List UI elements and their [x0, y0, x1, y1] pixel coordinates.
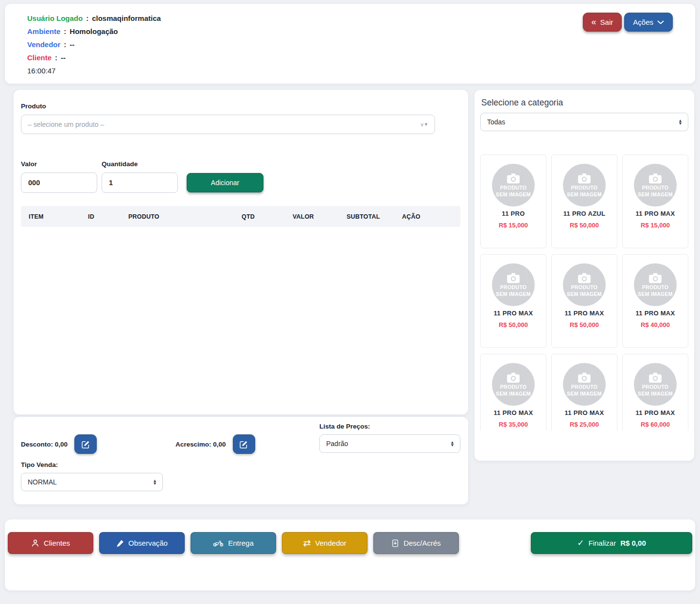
- placeholder-text-line1: PRODUTO: [642, 384, 668, 390]
- product-card[interactable]: PRODUTOSEM IMAGEM11 PRO MAXR$ 60,000: [622, 354, 688, 431]
- valor-label: Valor: [21, 160, 97, 168]
- placeholder-text-line1: PRODUTO: [571, 284, 597, 291]
- tipo-venda-select[interactable]: NORMAL ▴ ▾: [21, 473, 163, 491]
- product-name: 11 PRO MAX: [635, 310, 675, 317]
- tipo-venda-group: Tipo Venda: NORMAL ▴ ▾: [21, 461, 163, 491]
- pen-icon: [116, 539, 124, 547]
- header-actions: « Sair Ações: [583, 13, 673, 32]
- acrescimo-label: Acrescimo: 0,00: [175, 441, 226, 448]
- edit-desconto-button[interactable]: [74, 434, 97, 454]
- sale-panel: Produto – selecione um produto – v ▼ Val…: [14, 90, 468, 414]
- header-bar: Usuário Logado : closmaqinformatica Ambi…: [5, 4, 695, 84]
- acrescimo-group: Acrescimo: 0,00: [175, 434, 255, 454]
- product-card[interactable]: PRODUTOSEM IMAGEM11 PROR$ 15,000: [480, 155, 546, 248]
- product-card[interactable]: PRODUTOSEM IMAGEM11 PRO MAXR$ 35,000: [480, 354, 546, 431]
- product-price: R$ 15,000: [641, 222, 670, 229]
- placeholder-text-line2: SEM IMAGEM: [496, 291, 531, 297]
- desc-acres-button[interactable]: Desc/Acrés: [373, 532, 459, 554]
- product-name: 11 PRO MAX: [493, 409, 533, 416]
- lista-precos-group: Lista de Preços: Padrão ▴ ▾: [319, 423, 460, 453]
- acoes-button[interactable]: Ações: [624, 13, 673, 32]
- camera-icon: [507, 272, 520, 284]
- product-card[interactable]: PRODUTOSEM IMAGEM11 PRO MAXR$ 50,000: [551, 254, 617, 348]
- vendedor-value: --: [70, 38, 74, 51]
- no-image-placeholder: PRODUTOSEM IMAGEM: [492, 363, 535, 406]
- placeholder-text-line1: PRODUTO: [642, 284, 668, 291]
- placeholder-text-line1: PRODUTO: [500, 185, 526, 191]
- column-header-1: ID: [88, 213, 128, 220]
- entrega-label: Entrega: [228, 539, 254, 547]
- usuario-logado-value: closmaqinformatica: [92, 12, 161, 25]
- quantidade-input[interactable]: [102, 173, 178, 193]
- pencil-square-icon: [240, 440, 248, 449]
- arrow-down-glyph: ▾: [679, 122, 682, 125]
- totals-panel: Desconto: 0,00 Acrescimo: 0,00: [14, 417, 468, 504]
- left-column: Produto – selecione um produto – v ▼ Val…: [14, 90, 468, 504]
- adicionar-button[interactable]: Adicionar: [187, 173, 263, 192]
- product-card[interactable]: PRODUTOSEM IMAGEM11 PRO AZULR$ 50,000: [551, 155, 617, 248]
- placeholder-text-line2: SEM IMAGEM: [567, 391, 602, 397]
- product-price: R$ 15,000: [499, 222, 528, 229]
- product-name: 11 PRO MAX: [564, 310, 604, 317]
- separator: :: [64, 25, 66, 38]
- edit-acrescimo-button[interactable]: [233, 434, 255, 454]
- ambiente-row: Ambiente : Homologação: [27, 25, 161, 38]
- categoria-select[interactable]: Todas ▴ ▾: [480, 113, 688, 131]
- acoes-label: Ações: [633, 18, 653, 26]
- desconto-label: Desconto: 0,00: [21, 441, 68, 448]
- finalizar-button[interactable]: ✓ Finalizar R$ 0,00: [531, 532, 692, 554]
- product-card[interactable]: PRODUTOSEM IMAGEM11 PRO MAXR$ 50,000: [480, 254, 546, 348]
- select-arrows-icon: ▴ ▾: [451, 441, 454, 447]
- finalizar-amount: R$ 0,00: [620, 539, 646, 547]
- dropdown-caret-icon: v ▼: [421, 121, 428, 127]
- quantidade-group: Quantidade: [102, 160, 178, 193]
- camera-icon: [648, 173, 662, 184]
- no-image-placeholder: PRODUTOSEM IMAGEM: [634, 164, 677, 207]
- product-price: R$ 25,000: [570, 421, 599, 428]
- valor-group: Valor: [21, 160, 97, 193]
- camera-icon: [507, 372, 520, 383]
- lista-precos-label: Lista de Preços:: [319, 423, 460, 430]
- desc-acres-label: Desc/Acrés: [403, 539, 441, 547]
- camera-icon: [507, 173, 520, 184]
- sair-button[interactable]: « Sair: [583, 13, 622, 32]
- dropdown-v-glyph: v: [421, 121, 424, 127]
- clientes-button[interactable]: Clientes: [8, 532, 93, 554]
- product-price: R$ 40,000: [641, 321, 670, 328]
- placeholder-text-line2: SEM IMAGEM: [567, 191, 602, 198]
- finalizar-label: Finalizar: [589, 539, 616, 547]
- items-table-header: ITEMIDPRODUTOQTDVALORSUBTOTALAÇÃO: [21, 206, 460, 227]
- separator: :: [64, 38, 66, 51]
- lista-precos-value: Padrão: [326, 440, 348, 448]
- product-card[interactable]: PRODUTOSEM IMAGEM11 PRO MAXR$ 25,000: [551, 354, 617, 431]
- cliente-row: Cliente : --: [27, 51, 161, 64]
- produto-label: Produto: [21, 103, 460, 110]
- product-price: R$ 60,000: [641, 421, 670, 428]
- totals-row: Desconto: 0,00 Acrescimo: 0,00: [21, 423, 460, 454]
- column-header-2: PRODUTO: [128, 213, 242, 220]
- observacao-button[interactable]: Observação: [99, 532, 185, 554]
- product-card[interactable]: PRODUTOSEM IMAGEM11 PRO MAXR$ 15,000: [622, 155, 688, 248]
- tipo-venda-label: Tipo Venda:: [21, 461, 163, 468]
- product-price: R$ 35,000: [499, 421, 528, 428]
- select-arrows-icon: ▴ ▾: [679, 119, 682, 125]
- column-header-0: ITEM: [29, 213, 88, 220]
- product-card[interactable]: PRODUTOSEM IMAGEM11 PRO MAXR$ 40,000: [622, 254, 688, 348]
- vendedor-label: Vendedor: [315, 539, 346, 547]
- camera-icon: [578, 272, 591, 284]
- journal-arrow-down-icon: [391, 539, 399, 547]
- motorcycle-icon: [213, 539, 224, 547]
- column-header-5: SUBTOTAL: [347, 213, 402, 220]
- placeholder-text-line1: PRODUTO: [500, 284, 526, 291]
- produto-select[interactable]: – selecione um produto – v ▼: [21, 115, 435, 134]
- column-header-3: QTD: [242, 213, 293, 220]
- valor-input[interactable]: [21, 173, 97, 193]
- placeholder-text-line2: SEM IMAGEM: [638, 391, 673, 397]
- check-icon: ✓: [577, 539, 584, 547]
- entrega-button[interactable]: Entrega: [191, 532, 276, 554]
- separator: :: [86, 12, 88, 25]
- lista-precos-select[interactable]: Padrão ▴ ▾: [319, 434, 460, 453]
- vendedor-button[interactable]: ⇄ Vendedor: [282, 532, 368, 554]
- usuario-logado-row: Usuário Logado : closmaqinformatica: [27, 12, 161, 25]
- column-header-4: VALOR: [293, 213, 347, 220]
